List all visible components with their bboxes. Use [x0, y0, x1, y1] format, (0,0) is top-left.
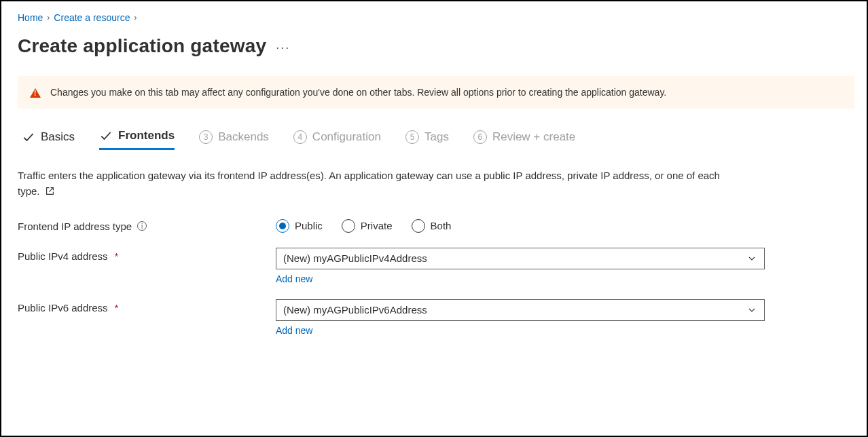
tab-configuration[interactable]: 4 Configuration [293, 129, 381, 150]
add-new-ipv6-link[interactable]: Add new [276, 325, 312, 336]
step-number-icon: 4 [293, 130, 307, 144]
tab-tags[interactable]: 5 Tags [405, 129, 449, 150]
tab-basics[interactable]: Basics [22, 129, 75, 150]
step-number-icon: 6 [473, 130, 487, 144]
radio-public[interactable]: Public [276, 219, 323, 233]
tab-label: Backends [218, 130, 269, 144]
row-public-ipv4: Public IPv4 address * (New) myAGPublicIP… [18, 248, 850, 284]
step-number-icon: 3 [199, 130, 213, 144]
radio-dot-icon [276, 219, 289, 233]
check-icon [99, 129, 113, 142]
radio-label: Private [361, 220, 393, 231]
title-row: Create application gateway ··· [18, 35, 850, 57]
required-indicator-icon: * [115, 302, 119, 314]
radio-label: Both [431, 220, 452, 231]
public-ipv4-label: Public IPv4 address [18, 250, 108, 262]
row-frontend-ip-type: Frontend IP address type i Public Privat… [18, 218, 850, 233]
check-icon [22, 130, 35, 144]
frontend-ip-type-label: Frontend IP address type [18, 221, 132, 232]
more-actions-button[interactable]: ··· [276, 39, 290, 54]
tab-label: Tags [424, 130, 449, 144]
page-title: Create application gateway [18, 35, 266, 57]
tab-frontends[interactable]: Frontends [99, 129, 175, 150]
tab-description: Traffic enters the application gateway v… [18, 168, 738, 200]
radio-label: Public [295, 220, 323, 231]
breadcrumb-separator-icon: › [47, 13, 50, 22]
breadcrumb-home[interactable]: Home [18, 12, 43, 23]
tab-description-text: Traffic enters the application gateway v… [18, 170, 720, 197]
radio-dot-icon [412, 219, 425, 233]
public-ipv4-value: (New) myAGPublicIPv4Address [283, 252, 427, 264]
external-link-icon[interactable] [46, 184, 54, 200]
radio-both[interactable]: Both [412, 219, 452, 233]
info-icon[interactable]: i [137, 221, 147, 231]
tab-label: Configuration [312, 130, 381, 144]
radio-private[interactable]: Private [342, 219, 393, 233]
add-new-ipv4-link[interactable]: Add new [276, 273, 312, 284]
breadcrumb-separator-icon: › [134, 13, 137, 22]
radio-dot-icon [342, 219, 355, 233]
warning-banner: Changes you make on this tab may affect … [18, 76, 854, 109]
chevron-down-icon [746, 305, 757, 316]
breadcrumb-create-resource[interactable]: Create a resource [54, 12, 130, 23]
frontend-ip-type-radio-group: Public Private Both [276, 218, 765, 233]
warning-text: Changes you make on this tab may affect … [50, 87, 666, 98]
tab-backends[interactable]: 3 Backends [199, 129, 269, 150]
chevron-down-icon [746, 253, 757, 264]
step-number-icon: 5 [405, 130, 419, 144]
required-indicator-icon: * [115, 250, 119, 262]
breadcrumb: Home › Create a resource › [18, 12, 850, 23]
tab-label: Review + create [492, 130, 575, 144]
public-ipv6-label: Public IPv6 address [18, 302, 108, 314]
wizard-tabs: Basics Frontends 3 Backends 4 Configurat… [18, 129, 850, 150]
row-public-ipv6: Public IPv6 address * (New) myAGPublicIP… [18, 299, 850, 336]
tab-label: Basics [41, 130, 75, 144]
public-ipv4-select[interactable]: (New) myAGPublicIPv4Address [276, 248, 765, 269]
public-ipv6-select[interactable]: (New) myAGPublicIPv6Address [276, 299, 765, 321]
tab-label: Frontends [118, 129, 175, 142]
warning-icon [30, 88, 41, 98]
public-ipv6-value: (New) myAGPublicIPv6Address [283, 304, 427, 316]
tab-review-create[interactable]: 6 Review + create [473, 129, 575, 150]
